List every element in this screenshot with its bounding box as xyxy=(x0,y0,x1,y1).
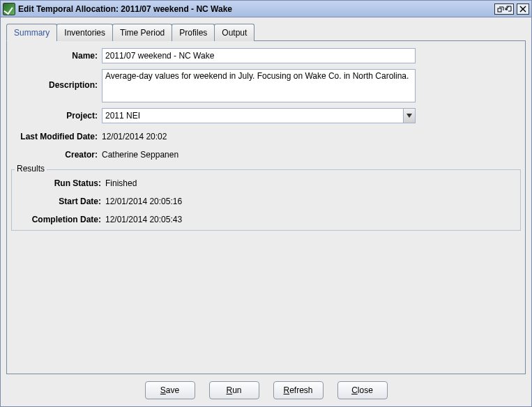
content-area: Summary Inventories Time Period Profiles… xyxy=(1,17,531,406)
tab-inventories[interactable]: Inventories xyxy=(56,24,113,41)
results-group: Results Run Status: Finished Start Date:… xyxy=(11,169,521,231)
label-name: Name: xyxy=(11,48,102,61)
value-start-date: 12/01/2014 20:05:16 xyxy=(105,194,517,206)
results-legend: Results xyxy=(15,164,47,174)
tab-summary[interactable]: Summary xyxy=(6,24,57,41)
chevron-down-icon xyxy=(406,114,412,118)
close-window-button[interactable] xyxy=(517,3,529,15)
label-last-modified: Last Modified Date: xyxy=(11,129,102,141)
project-select[interactable]: 2011 NEI xyxy=(102,108,416,123)
refresh-button[interactable]: Refresh xyxy=(273,381,324,399)
label-completion-date: Completion Date: xyxy=(15,212,105,224)
label-run-status: Run Status: xyxy=(15,176,105,188)
project-select-dropdown-button[interactable] xyxy=(403,108,416,123)
titlebar: Edit Temporal Allocation: 2011/07 weeken… xyxy=(1,1,531,17)
tab-profiles[interactable]: Profiles xyxy=(172,24,215,41)
svg-rect-0 xyxy=(498,8,501,12)
svg-marker-3 xyxy=(406,114,412,118)
label-description: Description: xyxy=(11,69,102,90)
value-creator: Catherine Seppanen xyxy=(102,147,521,160)
tab-output[interactable]: Output xyxy=(214,24,254,41)
project-select-value: 2011 NEI xyxy=(102,108,403,123)
temporal-allocation-window: Edit Temporal Allocation: 2011/07 weeken… xyxy=(0,0,532,407)
window-title: Edit Temporal Allocation: 2011/07 weeken… xyxy=(18,4,494,14)
tab-time-period[interactable]: Time Period xyxy=(112,24,172,41)
value-last-modified: 12/01/2014 20:02 xyxy=(102,129,521,141)
tab-panel-summary: Name: Description: Average-day values fo… xyxy=(6,40,526,374)
value-completion-date: 12/01/2014 20:05:43 xyxy=(105,212,517,224)
description-input[interactable]: Average-day values for weekend in July. … xyxy=(102,69,416,102)
label-creator: Creator: xyxy=(11,147,102,160)
close-button[interactable]: Close xyxy=(337,381,388,399)
save-button[interactable]: Save xyxy=(145,381,195,399)
tab-bar: Summary Inventories Time Period Profiles… xyxy=(6,24,526,41)
run-button[interactable]: Run xyxy=(209,381,259,399)
value-run-status: Finished xyxy=(105,176,517,188)
label-start-date: Start Date: xyxy=(15,194,105,206)
app-icon xyxy=(3,3,15,15)
label-project: Project: xyxy=(11,108,102,121)
button-row: Save Run Refresh Close xyxy=(6,374,526,401)
restore-maximize-buttons[interactable] xyxy=(494,3,514,15)
name-input[interactable] xyxy=(102,48,416,63)
